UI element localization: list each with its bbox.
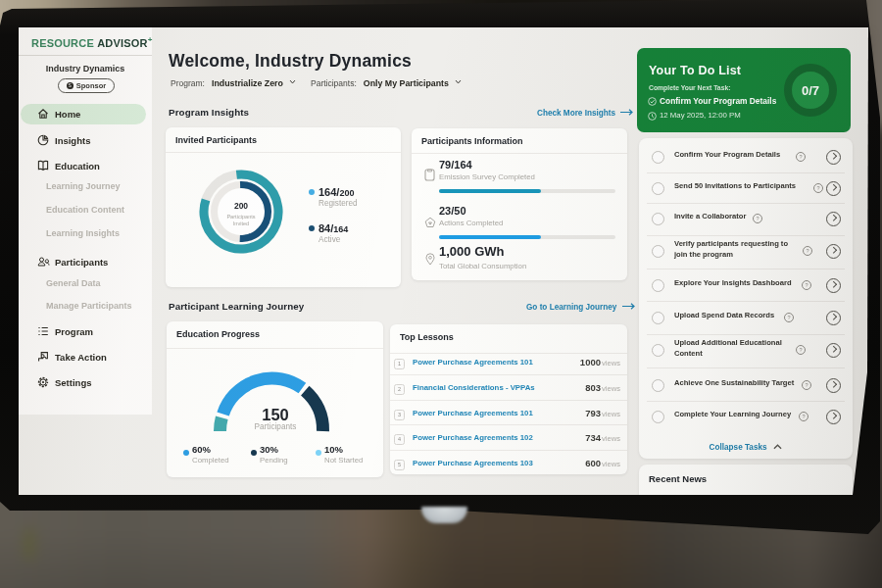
svg-text:200: 200 xyxy=(234,201,248,211)
svg-text:Invited: Invited xyxy=(233,220,249,226)
svg-text:Participants: Participants xyxy=(226,214,255,220)
